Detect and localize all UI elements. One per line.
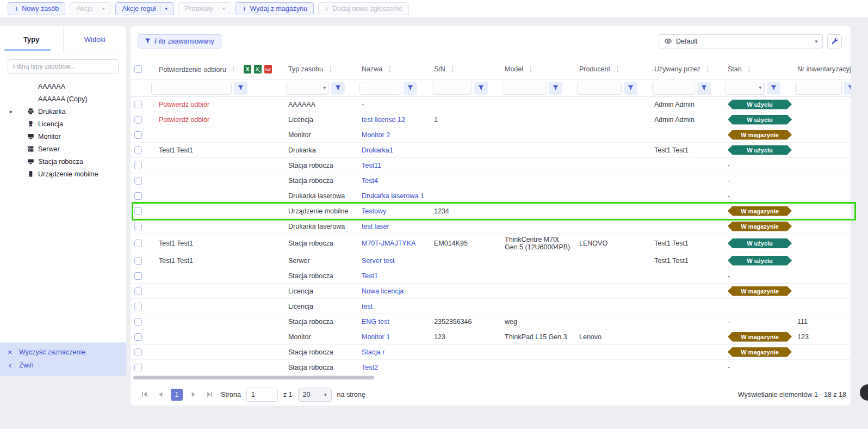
asset-name-link[interactable]: test license 12 bbox=[362, 116, 405, 124]
asset-name-link[interactable]: Testowy bbox=[362, 207, 386, 215]
filter-state-input[interactable]: ▾ bbox=[726, 82, 765, 95]
excel-export-icon[interactable]: X bbox=[244, 65, 251, 73]
clear-selection-button[interactable]: × Wyczyść zaznaczenie bbox=[0, 346, 126, 358]
sidebar-item-serwer[interactable]: Serwer bbox=[0, 143, 126, 155]
type-filter-input[interactable] bbox=[8, 59, 119, 73]
row-checkbox[interactable] bbox=[134, 177, 142, 185]
filter-vendor-input[interactable] bbox=[577, 82, 622, 95]
row-checkbox[interactable] bbox=[134, 287, 142, 295]
floating-help-button[interactable] bbox=[860, 384, 868, 401]
filter-confirm-input[interactable] bbox=[151, 82, 232, 95]
row-checkbox[interactable] bbox=[134, 101, 142, 108]
confirm-receipt-link[interactable]: Potwierdź odbiór bbox=[159, 116, 209, 124]
cell-name: Server test bbox=[357, 253, 430, 268]
row-checkbox[interactable] bbox=[134, 116, 142, 124]
tab-typy[interactable]: Typy bbox=[0, 26, 64, 53]
row-checkbox[interactable] bbox=[134, 131, 142, 139]
row-checkbox[interactable] bbox=[134, 162, 142, 169]
pdf-export-icon[interactable]: PDF bbox=[264, 65, 272, 73]
column-menu-icon[interactable]: ⋮ bbox=[449, 65, 456, 73]
filter-inv-button[interactable] bbox=[844, 82, 851, 95]
last-page-button[interactable] bbox=[203, 389, 215, 401]
filter-type-button[interactable] bbox=[331, 82, 345, 95]
column-menu-icon[interactable]: ⋮ bbox=[327, 65, 334, 73]
filter-model-input[interactable] bbox=[503, 82, 547, 95]
row-checkbox[interactable] bbox=[134, 257, 142, 265]
row-checkbox[interactable] bbox=[134, 146, 142, 154]
column-menu-icon[interactable]: ⋮ bbox=[386, 65, 393, 73]
sidebar-item-urz-dzenie-mobilne[interactable]: Urządzenie mobilne bbox=[0, 168, 126, 180]
row-checkbox[interactable] bbox=[134, 223, 142, 230]
asset-name-link[interactable]: Test4 bbox=[362, 177, 378, 185]
toolbar-button[interactable]: +Wydaj z magazynu bbox=[235, 2, 314, 15]
advanced-filter-button[interactable]: Filtr zaawansowany bbox=[138, 34, 221, 48]
select-all-checkbox[interactable] bbox=[134, 65, 142, 73]
prev-page-button[interactable] bbox=[154, 389, 166, 401]
confirm-receipt-link[interactable]: Potwierdź odbiór bbox=[159, 101, 209, 108]
view-selector[interactable]: Default ▾ bbox=[659, 34, 823, 48]
row-checkbox[interactable] bbox=[134, 333, 142, 341]
asset-name-link[interactable]: test bbox=[362, 303, 373, 310]
toolbar-button[interactable]: +Dodaj nowe zgłoszenie bbox=[318, 2, 409, 15]
row-checkbox[interactable] bbox=[134, 303, 142, 310]
expand-arrow-icon[interactable]: ▸ bbox=[10, 108, 13, 114]
page-size-select[interactable]: 20 ▾ bbox=[298, 388, 332, 402]
filter-sn-button[interactable] bbox=[474, 82, 488, 95]
horizontal-scrollbar-thumb[interactable] bbox=[133, 376, 374, 379]
toolbar-button[interactable]: Akcje▾ bbox=[70, 2, 111, 15]
filter-name-input[interactable] bbox=[359, 82, 401, 95]
sidebar-item-monitor[interactable]: Monitor bbox=[0, 130, 126, 143]
row-checkbox[interactable] bbox=[134, 348, 142, 356]
asset-name-link[interactable]: M70T-JMAJTYKA bbox=[362, 240, 416, 247]
filter-confirm-button[interactable] bbox=[234, 82, 247, 95]
filter-type-input[interactable]: ▾ bbox=[286, 82, 329, 95]
asset-name-link[interactable]: Drukarka laserowa 1 bbox=[362, 192, 424, 200]
row-checkbox[interactable] bbox=[134, 207, 142, 215]
tab-widoki[interactable]: Widoki bbox=[64, 26, 127, 53]
asset-name-link[interactable]: test laser bbox=[362, 223, 389, 230]
filter-name-button[interactable] bbox=[404, 82, 417, 95]
sidebar-item-aaaaaa-copy-[interactable]: AAAAAA (Copy) bbox=[0, 93, 126, 105]
asset-name-link[interactable]: Monitor 1 bbox=[362, 333, 390, 341]
asset-name-link[interactable]: Stacja r bbox=[362, 348, 385, 356]
row-checkbox[interactable] bbox=[134, 192, 142, 200]
asset-name-link[interactable]: Server test bbox=[362, 257, 394, 265]
row-checkbox[interactable] bbox=[134, 272, 142, 280]
column-menu-icon[interactable]: ⋮ bbox=[230, 65, 237, 73]
filter-model-button[interactable] bbox=[549, 82, 562, 95]
sidebar-item-licencja[interactable]: Licencja bbox=[0, 118, 126, 130]
asset-name-link[interactable]: ENG test bbox=[362, 318, 389, 326]
column-menu-icon[interactable]: ⋮ bbox=[746, 65, 753, 73]
asset-name-link[interactable]: Test1 bbox=[362, 272, 378, 280]
toolbar-button[interactable]: Protokoły▾ bbox=[178, 2, 232, 15]
asset-name-link[interactable]: Monitor 2 bbox=[362, 131, 390, 139]
row-checkbox[interactable] bbox=[134, 364, 142, 371]
first-page-button[interactable] bbox=[138, 389, 150, 401]
grid-settings-button[interactable] bbox=[827, 34, 842, 48]
collapse-sidebar-button[interactable]: ‹ Zwiń bbox=[0, 358, 126, 372]
filter-used_by-input[interactable] bbox=[652, 82, 695, 95]
toolbar-button[interactable]: Akcje reguł▾ bbox=[115, 2, 173, 15]
excel-filtered-export-icon[interactable]: X bbox=[254, 65, 262, 73]
asset-name-link[interactable]: Drukarka1 bbox=[362, 146, 393, 154]
asset-name-link[interactable]: Nowa licencja bbox=[362, 287, 404, 295]
filter-inv-input[interactable] bbox=[795, 82, 842, 95]
column-menu-icon[interactable]: ⋮ bbox=[614, 65, 621, 73]
sidebar-item-stacja-robocza[interactable]: Stacja robocza bbox=[0, 155, 126, 168]
row-checkbox[interactable] bbox=[134, 240, 142, 247]
column-menu-icon[interactable]: ⋮ bbox=[527, 65, 534, 73]
asset-name-link[interactable]: Test11 bbox=[362, 162, 381, 169]
next-page-button[interactable] bbox=[187, 389, 199, 401]
page-1-button[interactable]: 1 bbox=[171, 389, 183, 401]
row-checkbox[interactable] bbox=[134, 318, 142, 326]
filter-sn-input[interactable] bbox=[432, 82, 472, 95]
sidebar-item-drukarka[interactable]: ▸Drukarka bbox=[0, 105, 126, 118]
column-menu-icon[interactable]: ⋮ bbox=[704, 65, 711, 73]
page-number-input[interactable] bbox=[246, 388, 278, 402]
toolbar-button[interactable]: +Nowy zasób bbox=[8, 2, 65, 15]
filter-state-button[interactable] bbox=[767, 82, 780, 95]
filter-used_by-button[interactable] bbox=[697, 82, 711, 95]
asset-name-link[interactable]: Test2 bbox=[362, 364, 378, 371]
filter-vendor-button[interactable] bbox=[624, 82, 637, 95]
sidebar-item-aaaaaa[interactable]: AAAAAA bbox=[0, 80, 126, 93]
